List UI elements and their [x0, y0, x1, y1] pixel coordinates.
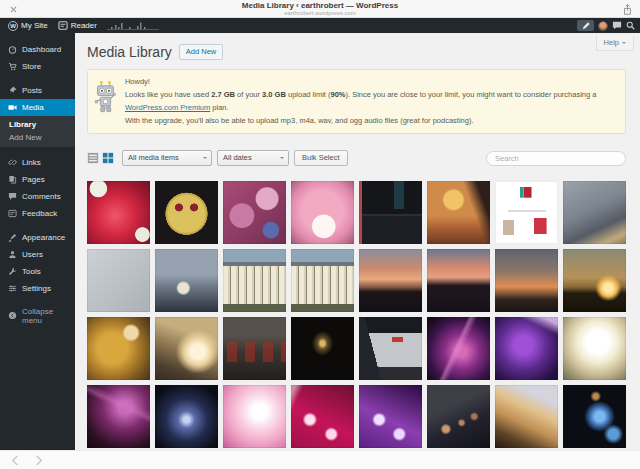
- sidebar-item-users[interactable]: Users: [0, 246, 75, 263]
- close-icon[interactable]: [7, 3, 19, 15]
- media-item-autumn-tree[interactable]: [87, 317, 150, 380]
- premium-plan-link[interactable]: WordPress.com Premium: [125, 103, 210, 112]
- user-avatar[interactable]: [598, 21, 608, 31]
- media-item-concert-crowd-hands[interactable]: [427, 385, 490, 448]
- sidebar-item-links[interactable]: Links: [0, 154, 75, 171]
- media-item-white-house-1[interactable]: [223, 249, 286, 312]
- media-item-emos-letters[interactable]: [223, 317, 286, 380]
- submenu-item-library[interactable]: Library: [0, 118, 75, 131]
- media-item-contrail-sky[interactable]: [563, 181, 626, 244]
- media-item-stage-signs-magenta[interactable]: [291, 385, 354, 448]
- media-item-concert-purple-dark[interactable]: [495, 317, 558, 380]
- notice-line-1: Looks like you have used 2.7 GB of your …: [125, 88, 615, 114]
- sidebar-item-feedback[interactable]: Feedback: [0, 205, 75, 222]
- share-icon[interactable]: [621, 3, 633, 15]
- search-icon: [626, 21, 635, 30]
- media-item-emos-building[interactable]: [359, 317, 422, 380]
- media-item-heart-eyes-ball[interactable]: [155, 181, 218, 244]
- media-item-concert-blue-stage[interactable]: [155, 385, 218, 448]
- add-new-button[interactable]: Add New: [179, 44, 223, 60]
- reader-menu[interactable]: Reader: [55, 18, 100, 33]
- admin-bar-right: [577, 20, 635, 31]
- new-post-button[interactable]: [577, 20, 594, 31]
- sidebar-item-store[interactable]: Store: [0, 58, 75, 75]
- bulk-select-button[interactable]: Bulk Select: [294, 150, 348, 166]
- sidebar-item-comments[interactable]: Comments: [0, 188, 75, 205]
- submenu-item-add-new[interactable]: Add New: [0, 131, 75, 144]
- media-item-concert-pink-stage[interactable]: [87, 385, 150, 448]
- sidebar-item-label: Feedback: [22, 209, 57, 218]
- stats-sparkline[interactable]: [104, 18, 162, 33]
- robot-icon: [94, 75, 117, 123]
- admin-sidebar: Dashboard Store Posts Media Library Add …: [0, 33, 75, 450]
- sidebar-item-label: Dashboard: [22, 45, 61, 54]
- percent-used: 90%: [330, 90, 345, 99]
- media-item-sunset-clouds-1[interactable]: [359, 249, 422, 312]
- grid-view-button[interactable]: [102, 152, 114, 164]
- media-item-lake-sunset[interactable]: [563, 249, 626, 312]
- page-title: Media Library: [87, 44, 172, 60]
- sidebar-item-settings[interactable]: Settings: [0, 280, 75, 297]
- chain-link-icon: [7, 158, 17, 167]
- notice-line-2: With the upgrade, you'll also be able to…: [125, 114, 615, 127]
- back-button[interactable]: [11, 455, 19, 466]
- media-item-blue-glow-night[interactable]: [563, 385, 626, 448]
- media-item-sunset-road[interactable]: [427, 249, 490, 312]
- media-item-sunset-clouds-2[interactable]: [495, 249, 558, 312]
- my-site-menu[interactable]: W My Site: [5, 18, 51, 33]
- sidebar-item-label: Media: [22, 103, 44, 112]
- list-view-button[interactable]: [87, 152, 99, 164]
- date-filter[interactable]: All dates: [217, 150, 289, 166]
- media-item-stage-signs-purple[interactable]: [359, 385, 422, 448]
- media-item-sunset-silhouette[interactable]: [427, 181, 490, 244]
- feedback-icon: [7, 209, 17, 218]
- sidebar-item-label: Appearance: [22, 233, 65, 242]
- browser-bottom-bar: [0, 450, 640, 469]
- media-item-pink-roses[interactable]: [223, 181, 286, 244]
- comment-bubble-icon: [7, 192, 17, 201]
- sidebar-item-appearance[interactable]: Appearance: [0, 229, 75, 246]
- sidebar-item-label: Comments: [22, 192, 61, 201]
- collapse-arrow-icon: [7, 311, 17, 320]
- sidebar-item-posts[interactable]: Posts: [0, 82, 75, 99]
- media-item-winter-branches[interactable]: [155, 249, 218, 312]
- help-tab[interactable]: Help: [596, 36, 634, 51]
- notification-bubble-icon: [612, 21, 622, 30]
- page-title-row: Media Library Add New: [87, 44, 626, 60]
- sidebar-item-label: Users: [22, 250, 43, 259]
- dashboard-icon: [7, 45, 17, 54]
- notifications-button[interactable]: [612, 21, 622, 30]
- sidebar-item-media[interactable]: Media: [0, 99, 75, 116]
- sidebar-item-pages[interactable]: Pages: [0, 171, 75, 188]
- list-view-icon: [87, 152, 99, 164]
- sidebar-item-tools[interactable]: Tools: [0, 263, 75, 280]
- media-item-concert-pink-flash[interactable]: [223, 385, 286, 448]
- media-item-concert-bright-light[interactable]: [563, 317, 626, 380]
- used-amount: 2.7 GB: [211, 90, 235, 99]
- media-item-concert-purple-beams[interactable]: [427, 317, 490, 380]
- media-item-pink-plush-toy[interactable]: [291, 181, 354, 244]
- media-item-concert-yellow-smoke[interactable]: [495, 385, 558, 448]
- limit-amount: 3.0 GB: [262, 90, 286, 99]
- collapse-menu-button[interactable]: Collapse menu: [0, 307, 75, 324]
- media-item-gray-moon-sky[interactable]: [87, 249, 150, 312]
- media-type-filter[interactable]: All media items: [122, 150, 212, 166]
- notice-greeting: Howdy!: [125, 75, 615, 88]
- sidebar-item-dashboard[interactable]: Dashboard: [0, 41, 75, 58]
- chevron-down-icon: [622, 42, 626, 46]
- media-search-input[interactable]: [486, 151, 626, 166]
- media-item-emos-neon-sign[interactable]: [291, 317, 354, 380]
- user-icon: [7, 250, 17, 259]
- sidebar-item-label: Tools: [22, 267, 41, 276]
- window-subtitle: earthrobert.wordpress.com: [284, 10, 356, 17]
- media-item-document-page[interactable]: [495, 181, 558, 244]
- sidebar-item-label: Pages: [22, 175, 45, 184]
- media-item-white-house-2[interactable]: [291, 249, 354, 312]
- forward-button[interactable]: [35, 455, 43, 466]
- search-button[interactable]: [626, 21, 635, 30]
- wrench-icon: [7, 267, 17, 276]
- chevron-down-icon: [280, 157, 284, 161]
- media-item-night-collage[interactable]: [359, 181, 422, 244]
- media-item-red-rose[interactable]: [87, 181, 150, 244]
- media-item-sunlit-branches[interactable]: [155, 317, 218, 380]
